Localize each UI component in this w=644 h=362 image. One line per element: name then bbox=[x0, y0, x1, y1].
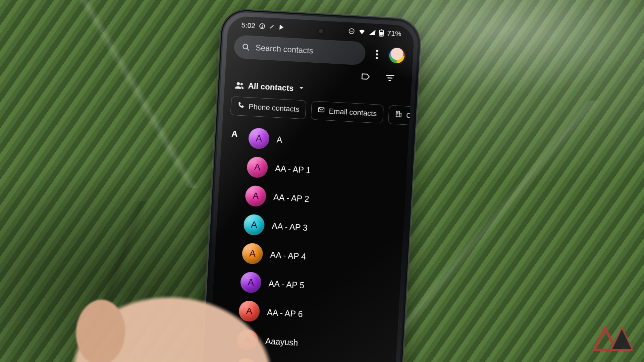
email-icon bbox=[317, 106, 325, 116]
svg-point-0 bbox=[259, 23, 265, 29]
contact-name: AA - AP 2 bbox=[273, 192, 309, 204]
contacts-source-label: All contacts bbox=[248, 81, 294, 93]
contact-name: AA - AP 6 bbox=[267, 307, 303, 319]
dnd-icon bbox=[348, 27, 355, 35]
account-avatar[interactable] bbox=[388, 46, 406, 65]
contact-avatar: A bbox=[241, 243, 263, 264]
search-placeholder: Search contacts bbox=[255, 43, 313, 56]
contact-name: A bbox=[276, 135, 282, 145]
contact-name: AA - AP 1 bbox=[275, 163, 311, 175]
svg-line-6 bbox=[247, 48, 249, 50]
contact-avatar: A bbox=[243, 214, 265, 236]
battery-icon bbox=[379, 29, 384, 37]
svg-rect-17 bbox=[399, 113, 401, 117]
chip-label: Email contacts bbox=[329, 107, 377, 118]
chip-phone-contacts[interactable]: Phone contacts bbox=[230, 96, 306, 119]
status-battery: 71% bbox=[387, 29, 402, 38]
chip-label: Company bbox=[406, 111, 415, 122]
filter-button[interactable] bbox=[382, 70, 397, 85]
contact-name: AA - AP 4 bbox=[270, 250, 306, 261]
chip-label: Phone contacts bbox=[248, 102, 300, 114]
contact-name: Aaayush bbox=[265, 336, 298, 348]
svg-line-10 bbox=[386, 75, 394, 75]
contact-avatar: A bbox=[238, 300, 260, 322]
svg-point-14 bbox=[240, 83, 243, 85]
svg-rect-3 bbox=[380, 32, 383, 36]
status-time: 5:02 bbox=[241, 21, 256, 30]
signal-icon bbox=[369, 29, 376, 36]
svg-point-13 bbox=[236, 82, 240, 85]
svg-point-8 bbox=[376, 53, 378, 56]
svg-rect-4 bbox=[381, 29, 382, 30]
contact-name: AA - AP 3 bbox=[272, 221, 308, 233]
photo-background: 5:02 bbox=[0, 0, 644, 362]
search-bar[interactable]: Search contacts bbox=[233, 35, 366, 66]
svg-point-7 bbox=[376, 50, 378, 52]
stylus-icon bbox=[269, 23, 275, 30]
contacts-list[interactable]: A AAAAA - AP 1AAA - AP 2AAA - AP 3AAA - … bbox=[208, 120, 409, 362]
contact-avatar: A bbox=[245, 185, 267, 207]
more-options-button[interactable] bbox=[370, 42, 384, 66]
phone-body: 5:02 bbox=[198, 8, 423, 362]
contact-avatar: A bbox=[248, 127, 270, 149]
people-icon bbox=[234, 80, 245, 90]
phone-icon bbox=[237, 101, 245, 111]
chip-email-contacts[interactable]: Email contacts bbox=[311, 101, 384, 124]
section-a: A AAAAA - AP 1AAA - AP 2AAA - AP 3AAA - … bbox=[208, 122, 409, 362]
chevron-down-icon bbox=[298, 84, 305, 93]
whatsapp-icon bbox=[259, 23, 266, 30]
screen: 5:02 bbox=[205, 15, 415, 362]
wifi-icon bbox=[358, 28, 366, 35]
contact-avatar: A bbox=[235, 358, 257, 362]
phone: 5:02 bbox=[198, 8, 423, 362]
contact-name: AA - AP 5 bbox=[268, 279, 305, 290]
svg-line-11 bbox=[388, 78, 392, 78]
play-store-icon bbox=[278, 24, 285, 31]
contact-avatar: A bbox=[246, 156, 268, 178]
label-button[interactable] bbox=[359, 69, 373, 84]
contact-avatar: A bbox=[240, 272, 262, 293]
company-icon bbox=[394, 110, 402, 120]
chip-company[interactable]: Company bbox=[388, 105, 415, 127]
watermark-logo bbox=[591, 322, 635, 355]
contact-avatar: A bbox=[237, 329, 259, 351]
search-icon bbox=[241, 43, 250, 52]
svg-point-9 bbox=[375, 57, 378, 59]
